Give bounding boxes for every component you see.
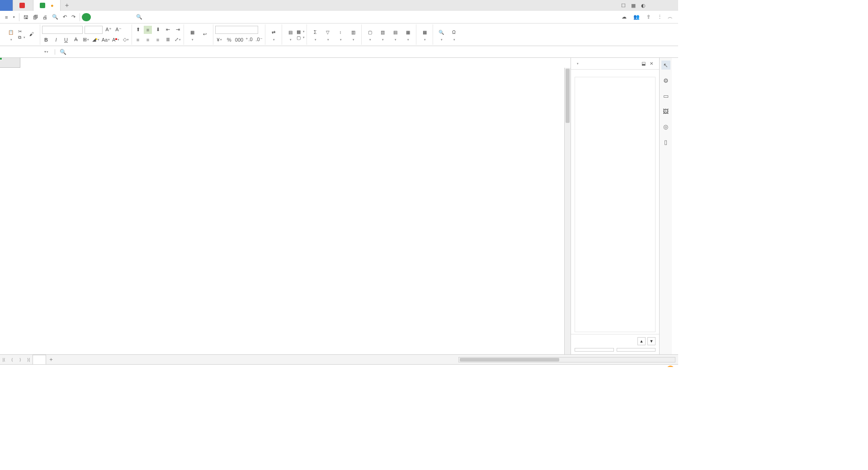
layout-icon[interactable]: ☐ [618, 0, 628, 11]
sheet-nav-last[interactable]: ⟩| [24, 357, 33, 362]
font-shrink[interactable]: A⁻ [114, 26, 123, 34]
view-normal[interactable]: ▦ [580, 367, 590, 367]
menu-formula[interactable] [100, 11, 104, 23]
find-button[interactable]: 🔍 [435, 24, 448, 45]
tab-home[interactable] [0, 0, 13, 11]
menu-view[interactable] [118, 11, 123, 23]
font-name-combo[interactable] [42, 26, 83, 34]
zoom-in[interactable]: ＋ [654, 366, 663, 367]
table-style[interactable]: ▦ [297, 29, 305, 34]
sum-button[interactable]: Σ [309, 24, 321, 45]
cloud-status[interactable]: ☁ [622, 14, 628, 20]
rail-select[interactable]: ↖ [661, 61, 670, 70]
fill-color-button[interactable]: ◢ [92, 36, 100, 44]
align-middle[interactable]: ≡ [144, 26, 152, 34]
sort-button[interactable]: ↕ [334, 24, 347, 45]
qat-save[interactable]: 🖫 [21, 11, 31, 23]
window-close[interactable] [668, 0, 678, 11]
menu-vip[interactable] [127, 11, 132, 23]
view-pagebreak[interactable]: ⊞ [590, 367, 599, 367]
zoom-out[interactable]: − [609, 367, 618, 367]
align-bottom[interactable]: ⬇ [154, 26, 162, 34]
tab-templates[interactable] [13, 0, 33, 11]
menu-newopt[interactable] [113, 11, 118, 23]
currency-button[interactable]: ¥ [215, 36, 223, 44]
rail-layout-icon[interactable]: ▭ [661, 91, 670, 100]
new-tab-button[interactable]: ＋ [61, 0, 73, 11]
indent-inc[interactable]: ⇥ [174, 26, 182, 34]
pane-pin[interactable]: ⬓ [639, 61, 647, 66]
align-left[interactable]: ≡ [134, 36, 142, 44]
comma-button[interactable]: 000 [235, 36, 243, 44]
fill-button[interactable]: ▥ [347, 24, 359, 45]
view-page[interactable]: ▤ [599, 367, 608, 367]
rail-location-icon[interactable]: ◎ [661, 122, 670, 131]
name-box-dropdown[interactable]: ▾ [44, 50, 48, 54]
rail-image-icon[interactable]: 🖼 [661, 107, 670, 116]
sheet-nav-next[interactable]: ⟩ [16, 357, 24, 362]
border-button[interactable]: ⊞ [82, 36, 90, 44]
wrap-text[interactable]: ↩ [198, 24, 211, 45]
menu-start[interactable] [82, 13, 91, 21]
italic-button[interactable]: I [52, 36, 60, 44]
merge-center[interactable]: ▦ [186, 24, 198, 45]
pane-dropdown-icon[interactable] [576, 61, 579, 66]
sheet-nav-first[interactable]: |⟨ [0, 357, 8, 362]
show-all-button[interactable] [575, 348, 614, 352]
qat-preview[interactable]: 🔍 [50, 11, 61, 23]
sheet-tab[interactable] [33, 355, 46, 364]
hide-all-button[interactable] [617, 348, 656, 352]
cell-style-icon[interactable]: Aa [102, 36, 110, 44]
user-avatar[interactable]: ◐ [638, 0, 648, 11]
vertical-scrollbar[interactable] [564, 68, 571, 354]
pane-object-list[interactable] [575, 77, 656, 332]
cell-menu[interactable]: ▢ [363, 24, 376, 45]
align-justify[interactable]: ≣ [164, 36, 172, 44]
menu-devtool[interactable] [123, 11, 127, 23]
eye-icon[interactable]: 👁 [562, 367, 571, 367]
cond-format[interactable]: ▤ [284, 24, 297, 45]
type-convert[interactable]: ⇄ [267, 24, 280, 45]
menu-review[interactable] [109, 11, 113, 23]
sheet-menu[interactable]: ▤ [389, 24, 401, 45]
indent-dec[interactable]: ⇤ [164, 26, 172, 34]
symbol-button[interactable]: Ω [448, 24, 460, 45]
formula-input[interactable] [74, 49, 678, 55]
align-right[interactable]: ≡ [154, 36, 162, 44]
orientation[interactable]: ⤢ [174, 36, 182, 44]
file-menu[interactable]: ▾ [10, 11, 17, 23]
font-color-button[interactable]: A [112, 36, 120, 44]
number-format-combo[interactable] [215, 26, 258, 34]
format-painter[interactable]: 🖌 [25, 28, 38, 42]
align-center[interactable]: ≡ [144, 36, 152, 44]
font-size-combo[interactable] [85, 26, 103, 34]
apps-icon[interactable]: ▦ [628, 0, 638, 11]
name-box-input[interactable] [6, 49, 42, 55]
menu-layout[interactable] [95, 11, 100, 23]
more-menu[interactable]: ⋮ [657, 14, 662, 20]
qat-saveas[interactable]: 🗐 [31, 11, 40, 23]
bold-button[interactable]: B [42, 36, 50, 44]
menu-insert[interactable] [91, 11, 95, 23]
bring-forward[interactable]: ▲ [637, 337, 646, 345]
window-minimize[interactable] [648, 0, 658, 11]
align-top[interactable]: ⬆ [134, 26, 142, 34]
menu-data[interactable] [104, 11, 109, 23]
paste-button[interactable]: 📋 [5, 28, 17, 42]
tab-workbook[interactable]: ● [33, 0, 61, 11]
sheet-nav-prev[interactable]: ⟨ [8, 357, 16, 362]
font-grow[interactable]: A⁺ [104, 26, 113, 34]
hamburger-icon[interactable]: ≡ [3, 11, 10, 23]
collapse-ribbon[interactable]: ︿ [668, 14, 673, 20]
qat-redo[interactable]: ↷ [69, 11, 78, 23]
hscroll-thumb[interactable] [460, 358, 559, 362]
select-all-corner[interactable] [0, 58, 20, 68]
filter-button[interactable]: ▽ [321, 24, 334, 45]
rail-book-icon[interactable]: ▯ [661, 137, 670, 146]
pane-close[interactable]: ✕ [647, 61, 656, 66]
send-backward[interactable]: ▼ [647, 337, 656, 345]
copy-button[interactable]: ⧉ [18, 35, 25, 40]
window-maximize[interactable] [658, 0, 668, 11]
magnify-icon[interactable]: 🔍 [60, 49, 66, 55]
freeze-menu[interactable]: ▦ [401, 24, 414, 45]
